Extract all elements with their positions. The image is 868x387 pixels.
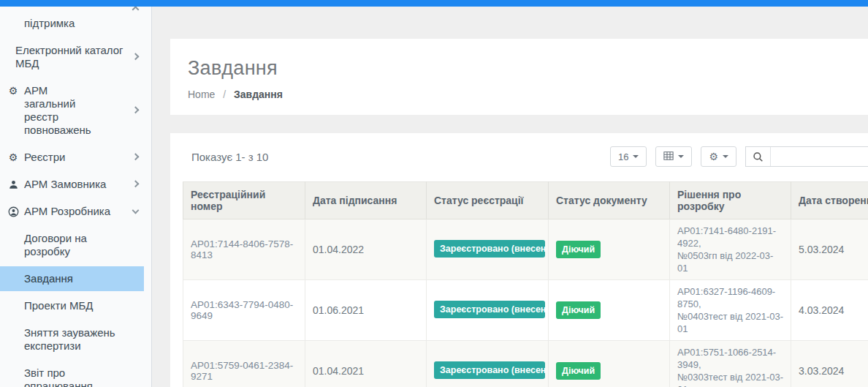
tasks-panel: Показує 1- з 10 16 [170, 133, 868, 387]
created-date-value: 4.03.2024 [799, 304, 844, 316]
cell-sign-date: 01.06.2021 [305, 280, 427, 341]
page-header: Завдання Home / Завдання [170, 39, 868, 115]
gear-icon: ⚙ [709, 151, 718, 162]
sidebar-item-8-проекти[interactable]: Проекти МБД [0, 293, 151, 318]
search-box [745, 146, 868, 167]
cell-created-date: 3.03.2024 [791, 341, 868, 387]
registration-number-link[interactable]: AP01:6343-7794-0480-9649 [191, 299, 297, 321]
sidebar-item-label: Договори на розробку [24, 232, 126, 258]
development-decision-link[interactable]: AP01:7141-6480-2191-4922,№0503гп від 202… [677, 225, 783, 274]
chevron-right-icon [132, 153, 140, 160]
sidebar-item-label: Звіт про опрацювання зауважень замовника [24, 367, 126, 387]
decision-line2: №0403тест від 2021-03-01 [677, 311, 783, 334]
table-row: AP01:5759-0461-2384-927101.04.2021Зареєс… [183, 341, 868, 387]
column-header-4: Рішення про розробку [670, 182, 791, 219]
column-header-2: Статус реєстрації [427, 182, 549, 219]
cell-reg-status: Зареєстровано (внесено реєст [427, 341, 549, 387]
chevron-right-icon [132, 53, 140, 60]
sidebar-item-9-зняття[interactable]: Зняття зауважень експертизи [0, 320, 151, 358]
decision-line1: AP01:7141-6480-2191-4922, [677, 225, 776, 249]
chevron-down-icon [633, 155, 639, 158]
sidebar-item-2-арм[interactable]: ⚙АРМ загальний реєстр повноважень [0, 78, 151, 143]
breadcrumb-current: Завдання [234, 89, 283, 100]
chevron-down-icon [678, 155, 684, 158]
decision-line1: AP01:5751-1066-2514-3949, [677, 347, 776, 370]
page-title: Завдання [188, 57, 850, 80]
sidebar-item-label: підтримка [24, 17, 126, 30]
sidebar-item-10-звіт[interactable]: Звіт про опрацювання зауважень замовника [0, 361, 151, 387]
sidebar: підтримкаЕлектронний каталог МБД⚙АРМ заг… [0, 7, 152, 387]
document-status-badge: Діючий [556, 362, 601, 380]
cell-sign-date: 01.04.2021 [305, 341, 427, 387]
registration-number-link[interactable]: AP01:5759-0461-2384-9271 [191, 360, 297, 382]
gear-icon: ⚙ [7, 85, 19, 97]
sidebar-item-label: Зняття зауважень експертизи [24, 326, 126, 353]
table-row: AP01:7144-8406-7578-841301.04.2022Зареєс… [183, 219, 868, 280]
cell-decision: AP01:5751-1066-2514-3949,№0303тест від 2… [670, 341, 791, 387]
registration-status-badge: Зареєстровано (внесено реєст [434, 301, 545, 318]
sidebar-item-1-електронний[interactable]: Електронний каталог МБД [0, 38, 151, 76]
toolbar-actions: 16 ⚙ [268, 146, 868, 167]
sidebar-item-label: АРМ Замовника [24, 178, 126, 191]
decision-line1: AP01:6327-1196-4609-8750, [677, 286, 775, 309]
sidebar-item-6-договори[interactable]: Договори на розробку [0, 226, 151, 264]
development-decision-link[interactable]: AP01:5751-1066-2514-3949,№0303тест від 2… [677, 346, 783, 387]
cell-doc-status: Діючий [549, 219, 670, 280]
cell-decision: AP01:6327-1196-4609-8750,№0403тест від 2… [670, 280, 791, 341]
chevron-down-icon [723, 155, 728, 158]
user-icon [7, 179, 19, 190]
table-header-row: Реєстраційний номерДата підписанняСтатус… [183, 182, 868, 219]
cell-reg-number: AP01:6343-7794-0480-9649 [183, 280, 305, 341]
tasks-table: Реєстраційний номерДата підписанняСтатус… [183, 181, 868, 387]
document-status-badge: Діючий [556, 301, 601, 319]
cell-created-date: 4.03.2024 [791, 280, 868, 341]
created-date-value: 3.03.2024 [799, 365, 844, 377]
cell-doc-status: Діючий [549, 280, 670, 341]
document-status-badge: Діючий [556, 241, 601, 258]
search-input[interactable] [771, 147, 868, 166]
cell-decision: AP01:7141-6480-2191-4922,№0503гп від 202… [670, 219, 791, 280]
created-date-value: 5.03.2024 [799, 244, 844, 255]
sidebar-item-4-арм[interactable]: АРМ Замовника [0, 172, 151, 197]
sidebar-menu: підтримкаЕлектронний каталог МБД⚙АРМ заг… [0, 7, 151, 387]
decision-line2: №0303тест від 2021-03-01 [677, 372, 783, 387]
user-circle-icon [7, 206, 19, 217]
sign-date-value: 01.04.2021 [313, 365, 364, 377]
chevron-right-icon [132, 106, 140, 113]
page-size-value: 16 [618, 151, 628, 162]
breadcrumb: Home / Завдання [188, 89, 850, 100]
development-decision-link[interactable]: AP01:6327-1196-4609-8750,№0403тест від 2… [677, 285, 783, 335]
columns-button[interactable] [655, 146, 692, 167]
sidebar-item-label: Проекти МБД [24, 299, 126, 312]
breadcrumb-home-link[interactable]: Home [188, 89, 215, 100]
column-header-3: Статус документу [549, 182, 670, 219]
table-toolbar: Показує 1- з 10 16 [183, 146, 868, 167]
registration-status-badge: Зареєстровано (внесено реєст [434, 361, 545, 379]
cell-created-date: 5.03.2024 [791, 219, 868, 280]
registration-number-link[interactable]: AP01:7144-8406-7578-8413 [191, 238, 297, 260]
decision-line2: №0503гп від 2022-03-01 [677, 250, 773, 274]
top-accent-bar [0, 0, 868, 7]
sign-date-value: 01.04.2022 [313, 244, 364, 255]
gear-icon: ⚙ [7, 151, 19, 163]
sidebar-item-7-завдання[interactable]: Завдання [0, 266, 144, 291]
sidebar-item-3-реєстри[interactable]: ⚙Реєстри [0, 145, 151, 170]
settings-button[interactable]: ⚙ [701, 146, 736, 167]
sidebar-item-0-підтримка[interactable]: підтримка [0, 11, 151, 36]
page-size-button[interactable]: 16 [610, 146, 647, 167]
sidebar-item-5-арм[interactable]: АРМ Розробника [0, 199, 151, 224]
main-content: Завдання Home / Завдання Показує 1- з 10… [152, 7, 868, 387]
sidebar-item-label: АРМ Розробника [24, 205, 126, 218]
column-header-1: Дата підписання [305, 182, 427, 219]
chevron-up-icon [132, 7, 140, 13]
cell-reg-number: AP01:7144-8406-7578-8413 [183, 219, 305, 280]
chevron-down-icon [132, 207, 140, 214]
column-header-0: Реєстраційний номер [183, 182, 305, 219]
registration-status-badge: Зареєстровано (внесено реєст [434, 240, 545, 258]
cell-doc-status: Діючий [549, 341, 670, 387]
search-icon [746, 147, 771, 166]
sign-date-value: 01.06.2021 [313, 304, 364, 316]
column-header-5: Дата створення [791, 182, 868, 219]
grid-columns-icon [663, 151, 674, 163]
sidebar-item-label: Завдання [24, 272, 119, 285]
